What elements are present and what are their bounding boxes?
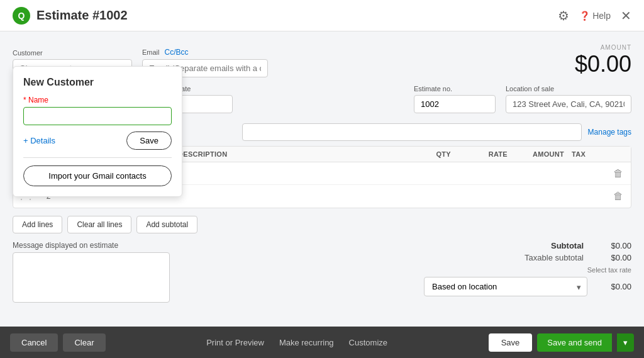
clear-all-lines-button[interactable]: Clear all lines: [67, 216, 131, 233]
popup-actions: + Details Save: [23, 131, 172, 150]
header-right: ⚙ ❓ Help ✕: [558, 8, 631, 23]
popup-save-button[interactable]: Save: [126, 131, 172, 150]
header-left: Q Estimate #1002: [13, 7, 128, 25]
amount-cell-1: [511, 171, 568, 176]
desc-cell-1[interactable]: [174, 171, 404, 176]
email-label: Email: [142, 48, 160, 56]
col-rate: RATE: [455, 150, 511, 158]
amount-value: $0.00: [575, 51, 631, 77]
subtotal-value: $0.00: [594, 241, 631, 250]
chevron-down-icon: ▾: [577, 282, 581, 291]
main-content: Customer Choose a customer ▾ Email Cc/Bc…: [0, 31, 644, 333]
delete-row-1[interactable]: 🗑: [606, 168, 631, 179]
add-subtotal-button[interactable]: Add subtotal: [136, 216, 197, 233]
settings-button[interactable]: ⚙: [558, 8, 569, 23]
popup-divider: [23, 157, 172, 158]
totals-area: Subtotal $0.00 Taxable subtotal $0.00 Se…: [424, 241, 631, 305]
qty-cell-1[interactable]: [404, 171, 455, 176]
header: Q Estimate #1002 ⚙ ❓ Help ✕: [0, 0, 644, 31]
cancel-button[interactable]: Cancel: [10, 333, 58, 334]
tax-amount: $0.00: [594, 282, 631, 291]
customer-label: Customer: [13, 49, 132, 57]
footer-right: Save Save and send ▾: [489, 333, 634, 334]
location-input[interactable]: [506, 95, 631, 113]
message-area: Message displayed on estimate: [13, 241, 170, 305]
details-link[interactable]: + Details: [23, 136, 55, 145]
col-delete: [606, 150, 631, 158]
col-desc: DESCRIPTION: [174, 150, 404, 158]
amount-cell-2: [511, 194, 568, 199]
new-customer-name-input[interactable]: [23, 107, 172, 125]
ccbcc-link[interactable]: Cc/Bcc: [165, 48, 189, 57]
help-circle-icon: ❓: [579, 11, 590, 21]
close-button[interactable]: ✕: [621, 8, 631, 23]
manage-tags-link[interactable]: Manage tags: [588, 128, 631, 137]
rate-cell-1[interactable]: [455, 171, 511, 176]
gmail-import-button[interactable]: Import your Gmail contacts: [23, 165, 172, 186]
clear-button[interactable]: Clear: [63, 333, 105, 334]
amount-display: AMOUNT $0.00: [575, 44, 631, 77]
taxable-subtotal-row: Taxable subtotal $0.00: [424, 253, 631, 262]
rate-cell-2[interactable]: [455, 194, 511, 199]
footer-left: Cancel Clear: [10, 333, 106, 334]
table-actions: Add lines Clear all lines Add subtotal: [13, 216, 631, 233]
required-star: *: [23, 96, 26, 104]
taxable-subtotal-label: Taxable subtotal: [525, 253, 584, 262]
estimate-no-label: Estimate no.: [414, 85, 496, 92]
delete-row-2[interactable]: 🗑: [606, 191, 631, 202]
estimate-no-field: Estimate no.: [414, 85, 496, 113]
popup-name-label: * Name: [23, 96, 172, 104]
tax-select-row: Based on location ▾ $0.00: [424, 277, 631, 296]
estimate-no-input[interactable]: [414, 95, 496, 113]
message-textarea[interactable]: [13, 252, 170, 303]
message-label: Message displayed on estimate: [13, 241, 170, 250]
col-tax: TAX: [568, 150, 606, 158]
new-customer-popup: New Customer * Name + Details Save Impor…: [13, 66, 182, 197]
tax-rate-label: Select tax rate: [587, 266, 631, 274]
tax-dropdown[interactable]: Based on location: [424, 277, 587, 296]
tags-input-box[interactable]: [242, 123, 582, 141]
tax-rate-label-row: Select tax rate: [424, 265, 631, 274]
col-qty: QTY: [404, 150, 455, 158]
add-lines-button[interactable]: Add lines: [13, 216, 62, 233]
subtotal-label: Subtotal: [551, 241, 584, 250]
bottom-area: Message displayed on estimate Subtotal $…: [13, 241, 631, 305]
footer: Cancel Clear Print or Preview Make recur…: [0, 327, 644, 333]
save-and-send-button[interactable]: Save and send: [537, 333, 612, 334]
location-label: Location of sale: [506, 85, 631, 92]
col-amount: AMOUNT: [511, 150, 568, 158]
tax-cell-2[interactable]: [568, 194, 606, 199]
qty-cell-2[interactable]: [404, 194, 455, 199]
location-field: Location of sale: [506, 85, 631, 113]
amount-label: AMOUNT: [575, 44, 631, 51]
save-button[interactable]: Save: [489, 333, 533, 334]
popup-title: New Customer: [23, 77, 172, 88]
page-title: Estimate #1002: [36, 8, 128, 23]
help-button[interactable]: ❓ Help: [579, 11, 611, 21]
app-logo: Q: [13, 7, 30, 25]
taxable-subtotal-value: $0.00: [594, 253, 631, 262]
subtotal-row: Subtotal $0.00: [424, 241, 631, 250]
save-and-send-chevron[interactable]: ▾: [617, 333, 634, 334]
tax-dropdown-wrap: Based on location ▾: [424, 277, 587, 296]
desc-cell-2[interactable]: [174, 194, 404, 199]
tax-cell-1[interactable]: [568, 171, 606, 176]
